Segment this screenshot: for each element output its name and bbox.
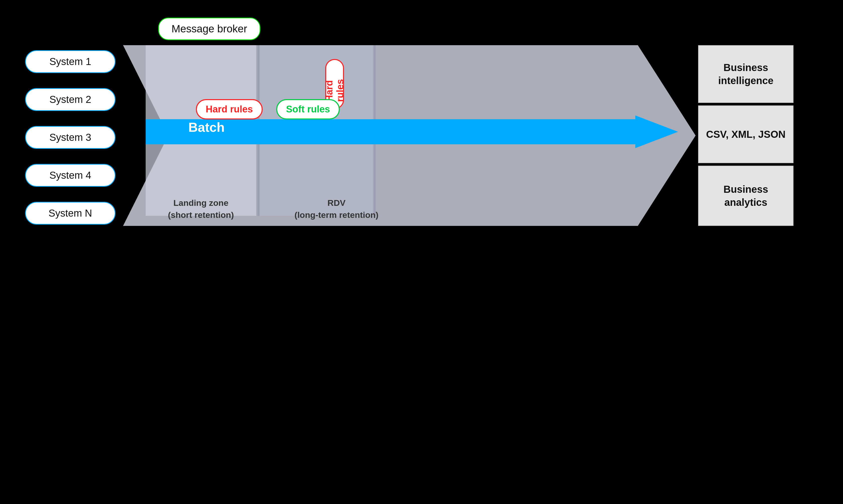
diagram-container: Message broker System 1 System 2 System … bbox=[25, 13, 804, 477]
landing-zone-label: Landing zone (short retention) bbox=[146, 197, 256, 221]
system-box-3: System 3 bbox=[25, 126, 116, 149]
soft-rules-pill: Soft rules bbox=[276, 99, 340, 120]
hard-rules-horizontal-pill: Hard rules bbox=[196, 99, 263, 120]
system-box-2: System 2 bbox=[25, 88, 116, 111]
message-broker-box: Message broker bbox=[158, 18, 260, 40]
batch-label: Batch bbox=[188, 120, 225, 135]
system-box-n: System N bbox=[25, 202, 116, 224]
svg-marker-5 bbox=[146, 115, 678, 148]
message-broker-label: Message broker bbox=[172, 23, 247, 35]
batch-arrow-svg bbox=[146, 115, 678, 148]
system-box-1: System 1 bbox=[25, 50, 116, 73]
rdv-label: RDV (long-term retention) bbox=[281, 197, 392, 221]
systems-column: System 1 System 2 System 3 System 4 Syst… bbox=[25, 50, 116, 224]
system-box-4: System 4 bbox=[25, 164, 116, 187]
output-box-business-intelligence: Business intelligence bbox=[698, 45, 793, 103]
output-box-business-analytics: Business analytics bbox=[698, 166, 793, 226]
output-box-csv-xml-json: CSV, XML, JSON bbox=[698, 105, 793, 163]
